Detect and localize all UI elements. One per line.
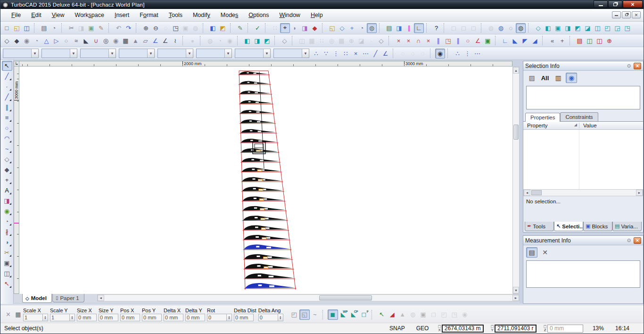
- wp-select-mode-icon[interactable]: ◣WP: [338, 309, 348, 320]
- meet-2-lines-icon[interactable]: ×: [404, 36, 413, 46]
- delta-dist-input[interactable]: [234, 314, 254, 321]
- ortho-cross-icon[interactable]: +: [557, 36, 567, 46]
- dock-tab-tools[interactable]: ✒Tools: [525, 222, 554, 231]
- slab-icon[interactable]: ▱: [140, 36, 150, 46]
- snap-magnet-tool-icon[interactable]: ◉: [2, 206, 12, 216]
- view-cube-7-icon[interactable]: ◫: [593, 23, 603, 33]
- chevron-down-icon[interactable]: ▼: [70, 49, 77, 58]
- print-stamp-icon[interactable]: ◫: [594, 36, 604, 46]
- light-pen-icon[interactable]: ✎: [235, 23, 245, 33]
- point-tool-icon[interactable]: ∙: [2, 82, 12, 92]
- render-hidden-line-icon[interactable]: ◍: [496, 23, 506, 33]
- hscroll-thumb[interactable]: [319, 295, 372, 301]
- snap-free-icon[interactable]: ∴: [311, 49, 321, 58]
- render-draft-icon[interactable]: ◌: [506, 23, 516, 33]
- snap-mid-2-icon[interactable]: ⋮: [462, 49, 472, 58]
- selection-list[interactable]: [526, 86, 640, 109]
- boolean-intersect-icon[interactable]: ◩: [262, 36, 272, 46]
- grid-scroll-right[interactable]: ►: [636, 190, 643, 196]
- angle-3d-icon[interactable]: ∠: [160, 36, 170, 46]
- cp-select-mode-icon[interactable]: ◣CP: [348, 309, 359, 320]
- ucs-toggle-icon[interactable]: ∟: [414, 23, 424, 33]
- delta-ang-input[interactable]: [258, 314, 278, 321]
- size-y-input[interactable]: [99, 314, 118, 321]
- property-combo-3[interactable]: ▼: [80, 49, 116, 58]
- property-combo-1[interactable]: ▼: [3, 49, 39, 58]
- copy-stamp-icon[interactable]: ◫: [585, 36, 594, 46]
- property-combo-7[interactable]: ▼: [235, 49, 271, 58]
- chevron-down-icon[interactable]: ▼: [186, 49, 193, 58]
- multiline-tool-icon[interactable]: ≡: [2, 113, 12, 123]
- tab-constraints[interactable]: Constraints: [560, 112, 598, 121]
- hemisphere-icon[interactable]: ◔: [32, 36, 41, 46]
- pin-icon[interactable]: ⊙: [625, 63, 633, 69]
- paste-icon[interactable]: ▣: [86, 23, 96, 33]
- menu-options[interactable]: Options: [243, 10, 274, 20]
- menu-file[interactable]: File: [6, 10, 26, 20]
- chevron-down-icon[interactable]: ▼: [147, 49, 154, 58]
- mdi-close-button[interactable]: ✕: [632, 11, 641, 18]
- symbol-library-icon[interactable]: ◧: [208, 23, 218, 33]
- pos-y-input[interactable]: [142, 314, 162, 321]
- save-icon[interactable]: ◫: [22, 23, 32, 33]
- entity-properties-icon-icon[interactable]: ▨: [526, 73, 537, 83]
- snap-vertex-icon[interactable]: ∵: [321, 49, 331, 58]
- undo-icon[interactable]: ↶: [114, 23, 124, 33]
- pen-format-icon[interactable]: ∥: [404, 23, 414, 33]
- zoom-out-icon[interactable]: ⊖: [151, 23, 161, 33]
- chamfer-3-icon[interactable]: ◢: [530, 36, 540, 46]
- measure-clear-icon-icon[interactable]: ✕: [539, 247, 551, 258]
- torus-icon[interactable]: ◉: [111, 36, 121, 46]
- coordinate-table-icon-icon[interactable]: ▦: [13, 309, 23, 319]
- rot-spinner[interactable]: ▲▼: [227, 314, 232, 321]
- delta-y-input[interactable]: [185, 314, 205, 321]
- view-cube-10-icon[interactable]: ◳: [622, 23, 632, 33]
- multi-trim-icon[interactable]: «: [547, 36, 557, 46]
- scroll-left-button[interactable]: ◄: [98, 295, 104, 301]
- solid-box-tool-icon[interactable]: ◆: [2, 165, 12, 175]
- view-cube-9-icon[interactable]: ◲: [612, 23, 622, 33]
- open-symbol-icon[interactable]: ◩: [218, 23, 228, 33]
- z-coordinate-field[interactable]: 0 mm: [547, 325, 583, 333]
- select-all-button-icon[interactable]: All: [539, 73, 551, 83]
- polyline-3d-icon[interactable]: ∠: [150, 36, 160, 46]
- cylinder-icon[interactable]: ○: [61, 36, 71, 46]
- camera-walk-icon[interactable]: ◔: [357, 23, 367, 33]
- box-3d-tool-icon[interactable]: ◇: [2, 154, 12, 164]
- grid-horizontal-scrollbar[interactable]: ◄ ►: [523, 189, 643, 196]
- menu-help[interactable]: Help: [305, 10, 328, 20]
- size-x-input[interactable]: [77, 314, 97, 321]
- angle-measure-icon[interactable]: ∠: [473, 36, 483, 46]
- paint-tool-icon[interactable]: ◨: [2, 196, 12, 206]
- drawing-canvas[interactable]: [19, 67, 512, 294]
- geo-indicator[interactable]: GEO: [411, 325, 435, 332]
- delta-ang-spinner[interactable]: ▲▼: [278, 314, 283, 321]
- magnetic-point-icon[interactable]: ◉: [435, 49, 445, 58]
- scroll-down-button[interactable]: ▼: [513, 287, 519, 293]
- snap-nearest-icon[interactable]: ⋯: [361, 49, 371, 58]
- scale-x-spinner[interactable]: ▲▼: [43, 314, 48, 321]
- minimize-button[interactable]: [594, 0, 608, 8]
- mdi-restore-button[interactable]: [622, 11, 631, 18]
- trim-tool-icon[interactable]: ∦: [2, 227, 12, 237]
- redo-icon[interactable]: ↷: [124, 23, 133, 33]
- horizontal-ruler[interactable]: 2000 mm 3000 mm: [19, 61, 512, 67]
- zoom-extents-icon[interactable]: ◳: [171, 23, 181, 33]
- combine-shape-tool-icon[interactable]: ◑: [2, 237, 12, 247]
- cut-icon[interactable]: ✂: [66, 23, 76, 33]
- scale-x-input[interactable]: [23, 314, 43, 321]
- measure-table-icon-icon[interactable]: ▤: [526, 247, 537, 258]
- property-combo-5[interactable]: ▼: [157, 49, 193, 58]
- snap-middle-icon[interactable]: ⋮: [331, 49, 341, 58]
- menu-format[interactable]: Format: [134, 10, 164, 20]
- tab-properties[interactable]: Properties: [525, 113, 560, 122]
- parallel-copy-icon[interactable]: ∥: [433, 36, 443, 46]
- spline-tool-icon[interactable]: ~: [2, 144, 12, 154]
- x-coordinate-field[interactable]: 2674,03143 m: [442, 325, 484, 333]
- panel-close-icon[interactable]: ✕: [634, 63, 641, 69]
- drawing-setup-icon[interactable]: ⌖: [280, 23, 290, 33]
- menu-modify[interactable]: Modify: [188, 10, 215, 20]
- snap-line-icon[interactable]: ╱: [371, 49, 380, 58]
- dock-tab-blocks[interactable]: ▣Blocks: [583, 222, 612, 231]
- spline-handle-icon[interactable]: ~: [310, 309, 320, 320]
